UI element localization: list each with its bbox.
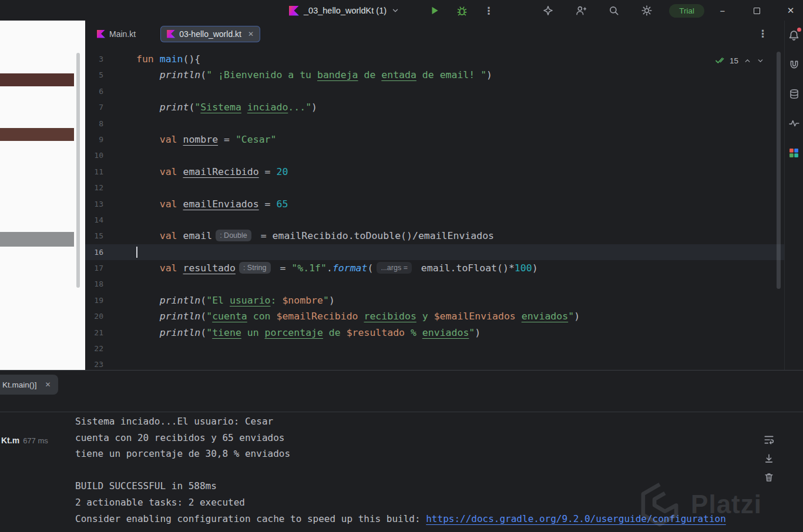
code-line[interactable]: 11 val emailRecibido = 20 <box>85 164 784 180</box>
code-text <box>103 212 136 228</box>
code-line[interactable]: 12 <box>85 180 784 196</box>
code-line[interactable]: 21 println("tiene un porcentaje de $resu… <box>85 325 784 341</box>
console-line <box>75 462 726 479</box>
line-number: 9 <box>85 132 103 147</box>
minimize-button[interactable]: − <box>717 6 728 16</box>
code-line[interactable]: 22 <box>85 341 784 356</box>
trial-badge[interactable]: Trial <box>669 4 704 18</box>
code-line[interactable]: 9 val nombre = "Cesar" <box>85 132 784 147</box>
profiler-button[interactable] <box>788 117 800 129</box>
code-line[interactable]: 10 <box>85 147 784 163</box>
ai-chat-button[interactable] <box>788 59 800 70</box>
text-caret <box>136 247 137 258</box>
console-line: 2 actionable tasks: 2 executed <box>75 494 726 511</box>
close-run-tab-icon[interactable]: ✕ <box>45 381 51 389</box>
titlebar: _03_hello_worldKt (1) ⋮ <box>0 0 803 21</box>
line-number: 5 <box>85 67 103 83</box>
soft-wrap-icon <box>764 435 774 445</box>
right-toolbar <box>784 21 803 370</box>
plugins-icon <box>789 148 799 158</box>
left-panel <box>0 21 85 370</box>
code-line[interactable]: 5 println(" ¡Bienvenido a tu bandeja de … <box>85 67 784 83</box>
code-editor[interactable]: 3 fun main(){ 5 println(" ¡Bienvenido a … <box>85 47 784 370</box>
task-name: Kt.m <box>1 436 19 445</box>
code-text: fun main(){ <box>103 51 200 67</box>
notifications-button[interactable] <box>788 29 800 41</box>
line-number: 11 <box>85 164 103 180</box>
left-panel-scrollbar[interactable] <box>76 53 80 288</box>
code-with-me-button[interactable] <box>574 4 588 18</box>
trash-icon <box>764 472 774 483</box>
scroll-to-end-button[interactable] <box>764 453 774 464</box>
window-controls: − ✕ <box>717 5 799 16</box>
settings-button[interactable] <box>640 4 654 18</box>
search-everywhere-button[interactable] <box>607 4 621 18</box>
chevron-down-icon <box>391 6 399 15</box>
debug-button[interactable] <box>455 4 469 18</box>
editor-scrollbar[interactable] <box>777 52 781 289</box>
user-plus-icon <box>576 5 586 16</box>
code-line[interactable]: 14 <box>85 212 784 228</box>
task-duration: 677 ms <box>23 436 48 445</box>
gradle-task-node[interactable]: Kt.m677 ms <box>1 436 48 445</box>
code-text <box>103 83 136 99</box>
line-number: 16 <box>85 244 103 260</box>
tab-03-hello-world-kt[interactable]: 03-hello_world.kt ✕ <box>160 26 260 42</box>
soft-wrap-button[interactable] <box>764 435 774 445</box>
console-line: tiene un porcentaje de 30,8 % enviados <box>75 446 726 462</box>
platzi-watermark: Platzi <box>638 482 762 527</box>
line-number: 21 <box>85 325 103 341</box>
database-button[interactable] <box>788 88 800 100</box>
code-text: println(" ¡Bienvenido a tu bandeja de en… <box>103 67 492 83</box>
chevron-down-icon[interactable] <box>757 57 764 65</box>
line-number: 23 <box>85 356 103 370</box>
sticky-line[interactable]: 3 fun main(){ <box>85 51 784 67</box>
console-line: cuenta con 20 recibidos y 65 enviados <box>75 430 726 446</box>
bug-icon <box>456 5 468 16</box>
code-line[interactable]: 23 <box>85 356 784 370</box>
close-tab-icon[interactable]: ✕ <box>248 30 254 38</box>
code-line[interactable]: 16 <box>85 244 784 260</box>
maximize-button[interactable] <box>751 6 762 16</box>
line-number: 13 <box>85 196 103 212</box>
line-number: 22 <box>85 341 103 356</box>
inspections-widget[interactable]: 15 <box>715 56 764 65</box>
more-actions-button[interactable]: ⋮ <box>482 4 496 18</box>
run-button[interactable] <box>428 4 442 18</box>
ai-assistant-button[interactable] <box>541 4 555 18</box>
line-number: 14 <box>85 212 103 228</box>
code-line[interactable]: 6 <box>85 83 784 99</box>
tab-main-kt[interactable]: Main.kt <box>97 29 136 39</box>
ide-window: _03_hello_worldKt (1) ⋮ <box>0 0 803 532</box>
code-line[interactable]: 17 val resultado: String = "%.1f".format… <box>85 260 784 276</box>
problem-count: 15 <box>730 56 738 65</box>
code-line[interactable]: 13 val emailEnviados = 65 <box>85 196 784 212</box>
line-number: 3 <box>85 51 103 67</box>
plugins-button[interactable] <box>788 147 800 159</box>
project-selector[interactable]: _03_hello_worldKt (1) <box>289 0 399 21</box>
code-line[interactable]: 20 println("cuenta con $emailRecibido re… <box>85 308 784 324</box>
code-line[interactable]: 19 println("El usuario: $nombre") <box>85 292 784 308</box>
code-line[interactable]: 8 <box>85 116 784 132</box>
close-button[interactable]: ✕ <box>785 5 796 16</box>
magnet-icon <box>789 59 799 70</box>
line-number: 8 <box>85 116 103 132</box>
code-text <box>103 180 136 196</box>
run-tab[interactable]: Kt.main()] ✕ <box>0 375 58 395</box>
code-text: val email: Double = emailRecibido.toDoub… <box>103 228 494 244</box>
kotlin-file-icon <box>97 30 105 38</box>
chevron-up-icon[interactable] <box>744 57 751 65</box>
gear-icon <box>641 5 652 16</box>
console: Kt.m677 ms Sistema inciado...El usuario:… <box>0 412 803 532</box>
console-output: Sistema inciado...El usuario: Cesarcuent… <box>75 413 726 527</box>
line-number: 18 <box>85 276 103 292</box>
tab-options-button[interactable]: ⋮ <box>758 28 784 40</box>
line-number: 20 <box>85 308 103 324</box>
notification-badge <box>797 28 801 32</box>
run-panel: Kt.main()] ✕ Kt.m677 ms Sistema inciado.… <box>0 370 803 532</box>
code-line[interactable]: 18 <box>85 276 784 292</box>
code-line[interactable]: 7 print("Sistema inciado...") <box>85 99 784 115</box>
code-line[interactable]: 15 val email: Double = emailRecibido.toD… <box>85 228 784 244</box>
left-panel-highlight-row <box>0 128 74 141</box>
clear-console-button[interactable] <box>764 472 774 483</box>
